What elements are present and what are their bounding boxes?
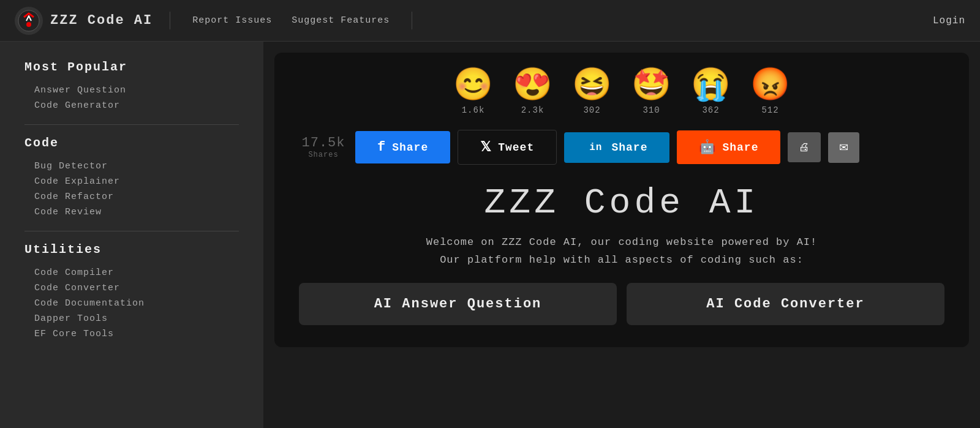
laugh-count: 302 xyxy=(583,105,600,115)
sidebar-item-code-compiler[interactable]: Code Compiler xyxy=(24,265,239,280)
feature-card-code-converter[interactable]: AI Code Converter xyxy=(627,283,944,325)
facebook-icon: f xyxy=(377,140,386,155)
logo-icon xyxy=(15,7,43,35)
most-popular-title: Most Popular xyxy=(24,60,239,74)
feature-cards: AI Answer Question AI Code Converter xyxy=(299,283,944,325)
header: ZZZ Code AI Report Issues Suggest Featur… xyxy=(0,0,980,42)
sidebar-item-answer-question[interactable]: Answer Question xyxy=(24,83,239,98)
reactions-row: 😊 1.6k 😍 2.3k 😆 302 🤩 310 😭 362 xyxy=(299,71,944,115)
code-title: Code xyxy=(24,136,239,150)
linkedin-icon: in xyxy=(586,141,605,154)
reaction-happy[interactable]: 😊 1.6k xyxy=(453,71,493,115)
sidebar: Most Popular Answer Question Code Genera… xyxy=(0,42,263,428)
wow-emoji: 🤩 xyxy=(631,71,671,103)
reddit-share-button[interactable]: 🤖 Share xyxy=(677,130,780,164)
suggest-features-link[interactable]: Suggest Features xyxy=(282,12,399,29)
sidebar-item-code-refactor[interactable]: Code Refactor xyxy=(24,189,239,205)
email-button[interactable]: ✉ xyxy=(828,132,859,163)
reaction-angry[interactable]: 😡 512 xyxy=(750,71,790,115)
cry-emoji: 😭 xyxy=(691,71,731,103)
sidebar-item-dapper-tools[interactable]: Dapper Tools xyxy=(24,311,239,326)
shares-label: Shares xyxy=(308,151,338,159)
angry-emoji: 😡 xyxy=(750,71,790,103)
twitter-x-icon: 𝕏 xyxy=(480,139,492,156)
cry-count: 362 xyxy=(702,105,719,115)
shares-total: 17.5k xyxy=(299,135,348,151)
feature-card-answer-question[interactable]: AI Answer Question xyxy=(299,283,617,325)
sidebar-item-ef-core-tools[interactable]: EF Core Tools xyxy=(24,326,239,342)
hero-title: ZZZ Code AI xyxy=(299,183,944,223)
site-title: ZZZ Code AI xyxy=(50,13,153,28)
utilities-title: Utilities xyxy=(24,242,239,257)
reaction-laugh[interactable]: 😆 302 xyxy=(572,71,612,115)
report-issues-link[interactable]: Report Issues xyxy=(183,12,282,29)
feature-card-answer-question-title: AI Answer Question xyxy=(374,296,542,312)
sidebar-item-code-converter[interactable]: Code Converter xyxy=(24,280,239,296)
share-row: 17.5k Shares f Share 𝕏 Tweet in Share 🤖 xyxy=(299,130,944,165)
reaction-cry[interactable]: 😭 362 xyxy=(691,71,731,115)
print-icon: 🖨 xyxy=(799,141,810,153)
happy-emoji: 😊 xyxy=(453,71,493,103)
sidebar-divider-2 xyxy=(24,231,239,231)
happy-count: 1.6k xyxy=(462,105,485,115)
sidebar-item-code-documentation[interactable]: Code Documentation xyxy=(24,296,239,311)
twitter-share-label: Tweet xyxy=(498,141,534,154)
twitter-share-button[interactable]: 𝕏 Tweet xyxy=(458,130,557,165)
sidebar-item-code-review[interactable]: Code Review xyxy=(24,205,239,220)
login-button[interactable]: Login xyxy=(933,15,965,26)
layout: Most Popular Answer Question Code Genera… xyxy=(0,42,980,428)
hero-subtitle1: Welcome on ZZZ Code AI, our coding websi… xyxy=(299,236,944,248)
angry-count: 512 xyxy=(761,105,778,115)
linkedin-share-button[interactable]: in Share xyxy=(564,132,669,163)
heart-eyes-emoji: 😍 xyxy=(513,71,552,103)
svg-point-1 xyxy=(26,22,31,27)
reddit-icon: 🤖 xyxy=(699,139,716,156)
content-card: 😊 1.6k 😍 2.3k 😆 302 🤩 310 😭 362 xyxy=(274,53,969,347)
sidebar-divider-1 xyxy=(24,124,239,125)
laugh-emoji: 😆 xyxy=(572,71,612,103)
mail-icon: ✉ xyxy=(839,141,848,154)
linkedin-share-label: Share xyxy=(611,141,647,154)
sidebar-item-bug-detector[interactable]: Bug Detector xyxy=(24,159,239,174)
sidebar-item-code-explainer[interactable]: Code Explainer xyxy=(24,174,239,189)
facebook-share-button[interactable]: f Share xyxy=(355,131,450,163)
main: 😊 1.6k 😍 2.3k 😆 302 🤩 310 😭 362 xyxy=(263,42,980,428)
reddit-share-label: Share xyxy=(722,141,758,154)
print-button[interactable]: 🖨 xyxy=(788,132,821,162)
hero-subtitle2: Our platform help with all aspects of co… xyxy=(299,254,944,266)
wow-count: 310 xyxy=(643,105,660,115)
sidebar-item-code-generator[interactable]: Code Generator xyxy=(24,98,239,113)
reaction-heart-eyes[interactable]: 😍 2.3k xyxy=(513,71,552,115)
reaction-wow[interactable]: 🤩 310 xyxy=(631,71,671,115)
facebook-share-label: Share xyxy=(392,141,428,154)
logo-wrap: ZZZ Code AI xyxy=(15,7,153,35)
heart-eyes-count: 2.3k xyxy=(521,105,545,115)
header-nav: Report Issues Suggest Features xyxy=(170,12,412,29)
feature-card-code-converter-title: AI Code Converter xyxy=(706,296,864,312)
